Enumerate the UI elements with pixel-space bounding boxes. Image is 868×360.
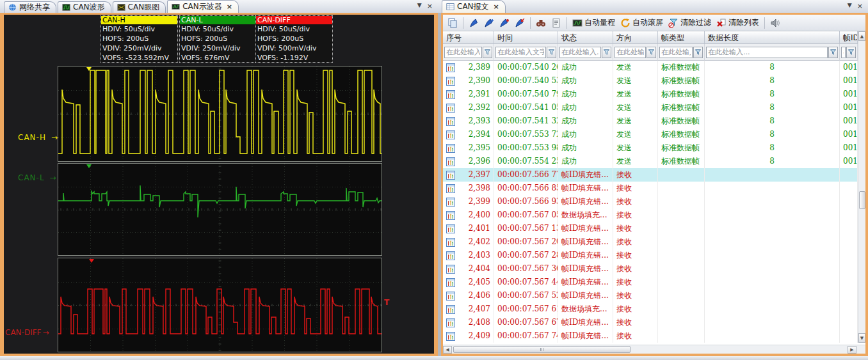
tab-can-oscilloscope[interactable]: CAN示波器 × [167, 0, 239, 13]
cell-len: 8 [705, 155, 840, 168]
filter-input-1[interactable] [495, 47, 546, 58]
panel-close-icon[interactable]: × [857, 2, 863, 10]
filter-input-3[interactable] [615, 47, 646, 58]
column-header-5[interactable]: 数据长度 [705, 31, 840, 44]
vertical-scroll-thumb[interactable] [859, 191, 865, 209]
filter-funnel-icon[interactable] [693, 47, 703, 58]
table-row[interactable]: 2,39000:00:07.540 530成功发送标准数据帧8001 1 [443, 74, 858, 88]
table-row[interactable]: 2,39400:00:07.553 722成功发送标准数据帧8001 1 [443, 128, 858, 141]
horizontal-scroll-thumb[interactable] [453, 346, 631, 353]
panel-close-icon[interactable]: × [427, 2, 433, 10]
table-row[interactable]: 2,39100:00:07.540 794成功发送标准数据帧8001 1 [443, 88, 858, 101]
table-row[interactable]: 2,39900:00:07.566 937帧ID填充错...接收 [443, 195, 858, 208]
table-row[interactable]: 2,39800:00:07.566 859帧ID填充错...接收 [443, 182, 858, 195]
tab-can-waveform[interactable]: CAN波形 [58, 1, 111, 13]
table-row[interactable]: 2,40700:00:07.567 611数据场填充...接收 [443, 302, 858, 316]
filter-input-5[interactable] [706, 47, 828, 58]
vofs-value: VOFS: -523.592mV [101, 53, 177, 63]
toolbar-button-clear-list[interactable]: 清除列表 [714, 16, 761, 29]
scroll-up-button[interactable]: ▲ [858, 31, 865, 41]
filter-funnel-icon[interactable] [828, 47, 838, 58]
toolbar-button-auto-scroll[interactable]: 自动滚屏 [618, 16, 665, 29]
cell-seq: 2,397 [469, 168, 490, 182]
column-header-2[interactable]: 状态 [558, 31, 613, 44]
tab-network-share[interactable]: 网络共享 [4, 1, 56, 13]
filter-cell-0 [443, 44, 494, 61]
filter-funnel-icon[interactable] [647, 47, 656, 58]
table-row[interactable]: 2,40500:00:07.567 442帧ID填充错...接收 [443, 276, 858, 289]
toolbar-marker-star-button[interactable] [497, 17, 511, 29]
scroll-right-button[interactable]: ▶ [848, 346, 856, 354]
table-row[interactable]: 2,40100:00:07.567 130帧ID填充错...接收 [443, 222, 858, 235]
toolbar-copy-button[interactable] [446, 17, 460, 29]
filter-cell-6 [840, 44, 858, 61]
toolbar-binoculars-button[interactable] [534, 17, 548, 29]
filter-cell-2 [558, 44, 613, 61]
table-row[interactable]: 2,40000:00:07.567 051数据场填充...接收 [443, 208, 858, 222]
oscilloscope-icon [172, 3, 180, 11]
eye-diagram-icon [117, 3, 125, 12]
table-row[interactable]: 2,40800:00:07.567 677帧ID填充错...接收 [443, 316, 858, 329]
column-header-6[interactable]: 帧ID [840, 31, 858, 44]
close-tab-icon[interactable]: × [227, 3, 232, 11]
cell-type: 标准数据帧 [658, 61, 705, 74]
tab-label: CAN示波器 [182, 1, 222, 12]
scroll-left-button[interactable]: ◀ [443, 346, 452, 354]
can-h-trace [58, 67, 382, 161]
table-row[interactable]: 2,39600:00:07.554 251成功发送标准数据帧8001 1 [443, 155, 858, 168]
cell-status: 帧ID填充错... [558, 168, 613, 182]
table-row[interactable]: 2,39700:00:07.566 777帧ID填充错...接收 [443, 168, 858, 182]
toolbar-notes-button[interactable] [549, 17, 563, 29]
table-row[interactable]: 2,39500:00:07.553 987成功发送标准数据帧8001 1 [443, 141, 858, 155]
cell-dir: 接收 [613, 316, 658, 329]
panel-menu-icon[interactable]: ▼ [417, 2, 422, 10]
vdiv-value: VDIV: 250mV/div [180, 43, 256, 53]
table-row[interactable]: 2,40900:00:07.567 743帧ID填充错...接收 [443, 329, 858, 343]
column-header-1[interactable]: 时间 [494, 31, 558, 44]
marker-add-icon [484, 18, 494, 28]
table-row[interactable]: 2,40600:00:07.567 521帧ID填充错...接收 [443, 289, 858, 302]
cell-len: 8 [705, 88, 840, 101]
column-header-4[interactable]: 帧类型 [658, 31, 705, 44]
table-row[interactable]: 2,40200:00:07.567 208帧ID填充错...接收 [443, 235, 858, 249]
vertical-scrollbar[interactable]: ▲ ▼ [858, 31, 865, 343]
toolbar-speaker-button[interactable] [768, 17, 782, 29]
toolbar-marker-button[interactable] [467, 17, 481, 29]
table-row[interactable]: 2,39300:00:07.541 323成功发送标准数据帧8001 1 [443, 114, 858, 128]
arrow-down-icon: ▼ [860, 336, 864, 341]
cell-dir: 接收 [613, 182, 658, 195]
cell-type [658, 316, 705, 329]
filter-input-4[interactable] [659, 47, 693, 58]
tab-label: 网络共享 [19, 2, 50, 13]
filter-input-0[interactable] [444, 47, 482, 58]
toolbar-marker-add-button[interactable] [482, 17, 496, 29]
filter-funnel-icon[interactable] [483, 47, 492, 58]
tab-can-messages[interactable]: CAN报文 × [442, 0, 506, 13]
vdiv-value: VDIV: 500mV/div [256, 43, 332, 53]
filter-input-6[interactable] [841, 47, 846, 58]
channel-header: CAN-L [180, 16, 256, 24]
toolbar-button-auto-range[interactable]: 自动量程 [570, 16, 617, 29]
cell-time: 00:00:07.567 130 [494, 222, 558, 235]
filter-funnel-icon[interactable] [846, 47, 856, 58]
cell-dir: 接收 [613, 289, 658, 302]
filter-input-2[interactable] [559, 47, 601, 58]
horizontal-scrollbar[interactable]: ◀ ▶ [443, 345, 865, 354]
table-row[interactable]: 2,38900:00:07.540 265成功发送标准数据帧8001 1 [443, 61, 858, 74]
table-row[interactable]: 2,39200:00:07.541 059成功发送标准数据帧8001 1 [443, 101, 858, 114]
panel-menu-icon[interactable]: ▼ [848, 2, 852, 10]
column-header-0[interactable]: 序号 [443, 31, 494, 44]
arrow-left-icon: ◀ [446, 347, 449, 352]
table-row[interactable]: 2,40400:00:07.567 364帧ID填充错...接收 [443, 262, 858, 276]
column-header-3[interactable]: 方向 [613, 31, 658, 44]
filter-funnel-icon[interactable] [602, 47, 611, 58]
toolbar-button-clear-filter[interactable]: 清除过滤 [666, 16, 713, 29]
cell-len: 8 [705, 128, 840, 141]
toolbar-marker-arrow-button[interactable] [513, 17, 527, 29]
close-tab-icon[interactable]: × [494, 3, 499, 11]
cell-status: 帧ID填充错... [558, 249, 613, 262]
table-row[interactable]: 2,40300:00:07.567 286帧ID填充错...接收 [443, 249, 858, 262]
filter-funnel-icon[interactable] [547, 47, 556, 58]
scroll-down-button[interactable]: ▼ [858, 333, 865, 343]
tab-can-eye-diagram[interactable]: CAN眼图 [113, 1, 166, 13]
